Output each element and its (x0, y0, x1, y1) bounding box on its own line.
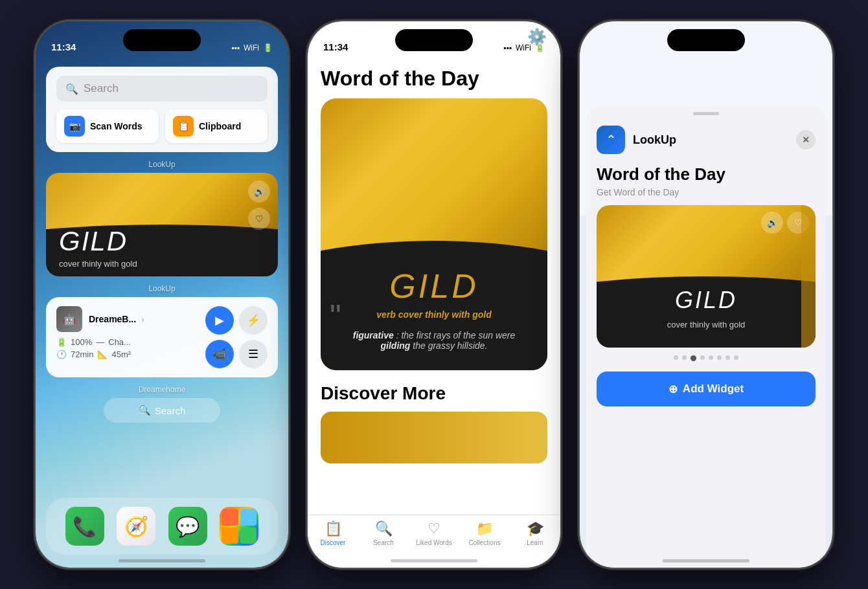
battery-icon: 🔋 (263, 43, 273, 52)
search-actions: 📷 Scan Words 📋 Clipboard (56, 109, 268, 143)
gild-def-small: cover thinly with gold (59, 259, 137, 269)
discover-heading: Discover More (308, 370, 560, 412)
tab-search[interactable]: 🔍 Search (358, 520, 409, 546)
close-icon: ✕ (802, 135, 810, 145)
lookup-label-2: LookUp (46, 284, 278, 293)
dynamic-island-3 (667, 29, 745, 51)
phone-1: 11:34 ▪▪▪ WiFi 🔋 🔍 Search 📷 (36, 21, 288, 568)
dock-apps-icon[interactable] (220, 507, 258, 546)
learn-tab-label: Learn (527, 539, 543, 546)
dreamehome-label: Dreamehome (46, 385, 278, 394)
wifi-icon-2: WiFi (516, 43, 531, 52)
dot-4 (700, 355, 705, 360)
phone-3: ⌃ LookUp ✕ Word of the Day Get Word of t… (580, 21, 832, 568)
sheet-header: ⌃ LookUp ✕ (586, 115, 826, 159)
dreamehome-thumb: 🤖 (56, 306, 82, 332)
gild-pos-text: verb (376, 309, 396, 320)
scan-icon: 📷 (64, 116, 85, 137)
liked-tab-label: Liked Words (416, 539, 451, 546)
battery-value: 100% (71, 337, 92, 347)
status-time-2: 11:34 (323, 41, 348, 52)
gild-example: figurative : the first rays of the sun w… (334, 330, 534, 351)
scan-words-label: Scan Words (90, 121, 143, 131)
signal-icon-2: ▪▪▪ (503, 43, 512, 52)
dh-play-button[interactable]: ▶ (205, 306, 234, 335)
dreamehome-name-wrapper: DreameB... › (89, 313, 144, 325)
discover-card[interactable] (321, 412, 547, 463)
collections-tab-label: Collections (469, 539, 501, 546)
dot-3-active (691, 355, 696, 361)
dot-7 (725, 355, 730, 360)
sheet-title: Word of the Day (586, 159, 826, 187)
dreamehome-main-row: 🤖 DreameB... › 🔋 100% — (56, 306, 268, 368)
dock-messages-icon[interactable]: 💬 (168, 507, 207, 546)
sheet-close-button[interactable]: ✕ (796, 130, 816, 150)
dh-camera-button[interactable]: 📹 (205, 340, 234, 368)
dynamic-island (123, 29, 201, 51)
figurative-label: figurative (353, 330, 394, 340)
dock-phone-icon[interactable]: 📞 (65, 507, 104, 546)
collections-icon: 📁 (476, 520, 494, 537)
dreamehome-battery-row: 🔋 100% — Cha... (56, 337, 205, 347)
search-tab-icon: 🔍 (375, 520, 393, 537)
gild-sheet-def: cover thinly with gold (597, 320, 816, 329)
gild-card-wave (321, 241, 547, 370)
gild-sheet-word: GILD (597, 287, 816, 314)
search-bar-text: Search (84, 82, 119, 95)
dreamehome-info: 🤖 DreameB... › 🔋 100% — (56, 306, 205, 359)
widget-sheet: ⌃ LookUp ✕ Word of the Day Get Word of t… (586, 106, 826, 568)
gild-card-main[interactable]: GILD verb cover thinly with gold " figur… (321, 98, 547, 370)
widget-area: 🔍 Search 📷 Scan Words 📋 Clipboar (46, 67, 278, 423)
sheet-audio-button[interactable]: 🔊 (761, 212, 783, 234)
dh-list-button[interactable]: ☰ (239, 340, 268, 368)
tab-collections[interactable]: 📁 Collections (459, 520, 510, 546)
home-search-icon: 🔍 (139, 405, 151, 416)
tab-learn[interactable]: 🎓 Learn (510, 520, 560, 546)
search-widget[interactable]: 🔍 Search 📷 Scan Words 📋 Clipboar (46, 67, 278, 152)
search-bar-icon: 🔍 (65, 83, 78, 95)
discover-tab-label: Discover (321, 539, 346, 546)
example-text: : the first rays of the sun were (396, 330, 516, 340)
clipboard-icon: 📋 (173, 116, 194, 137)
status-icons-1: ▪▪▪ WiFi 🔋 (231, 43, 273, 52)
dynamic-island-2 (395, 29, 473, 51)
signal-icon: ▪▪▪ (231, 43, 240, 52)
home-indicator-3 (663, 559, 749, 562)
search-bar[interactable]: 🔍 Search (56, 76, 268, 102)
wifi-icon: WiFi (244, 43, 259, 52)
add-widget-label: Add Widget (683, 383, 744, 395)
gild-def-text: cover thinly with gold (398, 309, 492, 320)
sheet-app-name: LookUp (633, 133, 788, 147)
gild-widget[interactable]: GILD cover thinly with gold 🔊 ♡ (46, 173, 278, 276)
charging-label: — (96, 337, 104, 347)
dreamehome-stats: 🔋 100% — Cha... 🕐 72min 📐 45m² (56, 337, 205, 359)
quote-mark: " (330, 300, 341, 333)
add-widget-button[interactable]: ⊕ Add Widget (597, 372, 816, 406)
dreamehome-time-row: 🕐 72min 📐 45m² (56, 350, 205, 359)
dock-safari-icon[interactable]: 🧭 (117, 507, 155, 546)
gild-card-sheet-container[interactable]: GILD cover thinly with gold 🔊 ♡ (597, 205, 816, 348)
gild-main-word: GILD (321, 267, 547, 306)
learn-icon: 🎓 (527, 520, 544, 537)
tab-liked[interactable]: ♡ Liked Words (409, 520, 459, 546)
dreamehome-widget[interactable]: 🤖 DreameB... › 🔋 100% — (46, 297, 278, 377)
discover-icon: 📋 (325, 520, 342, 537)
dot-2 (682, 355, 687, 360)
clipboard-button[interactable]: 📋 Clipboard (165, 109, 268, 143)
gild-audio-button[interactable]: 🔊 (248, 181, 270, 203)
gild-like-button[interactable]: ♡ (248, 208, 270, 230)
scan-words-button[interactable]: 📷 Scan Words (56, 109, 159, 143)
home-search-button[interactable]: 🔍 Search (104, 398, 220, 423)
dh-boost-button[interactable]: ⚡ (239, 306, 268, 335)
home-search-label: Search (155, 405, 186, 416)
tab-discover[interactable]: 📋 Discover (308, 520, 358, 546)
area-value: 45m² (111, 350, 131, 359)
dot-1 (674, 355, 678, 360)
time-stat-icon: 🕐 (56, 350, 67, 359)
search-tab-label: Search (373, 539, 394, 546)
dock: 📞 🧭 💬 (46, 498, 278, 555)
wotd-heading: Word of the Day (308, 56, 560, 98)
next-card-peek (801, 205, 816, 348)
gild-buttons: 🔊 ♡ (248, 181, 270, 230)
app-content: Word of the Day GILD verb cover thinly w… (308, 56, 560, 568)
